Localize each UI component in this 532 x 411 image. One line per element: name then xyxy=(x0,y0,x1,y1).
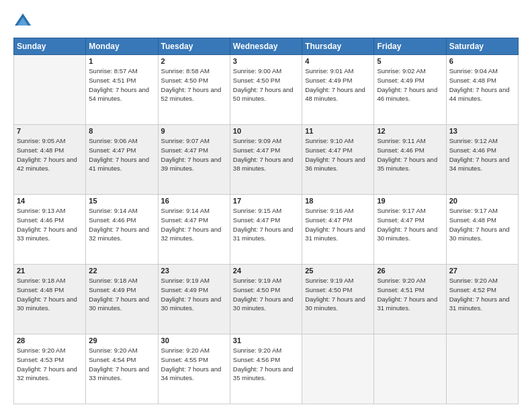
day-number: 30 xyxy=(161,336,227,345)
sunset-text: Sunset: 4:46 PM xyxy=(449,146,515,155)
calendar-cell: 19Sunrise: 9:17 AMSunset: 4:47 PMDayligh… xyxy=(374,195,446,265)
calendar-table: SundayMondayTuesdayWednesdayThursdayFrid… xyxy=(13,38,519,404)
daylight-text: Daylight: 7 hours and 35 minutes. xyxy=(377,155,443,174)
sunset-text: Sunset: 4:52 PM xyxy=(449,285,515,295)
day-number: 14 xyxy=(17,197,83,205)
calendar-cell: 18Sunrise: 9:16 AMSunset: 4:47 PMDayligh… xyxy=(302,195,374,265)
sunset-text: Sunset: 4:49 PM xyxy=(89,285,154,295)
calendar-cell: 6Sunrise: 9:04 AMSunset: 4:48 PMDaylight… xyxy=(446,55,518,125)
sunset-text: Sunset: 4:48 PM xyxy=(17,146,83,155)
sunset-text: Sunset: 4:47 PM xyxy=(305,146,371,155)
daylight-text: Daylight: 7 hours and 32 minutes. xyxy=(17,365,83,383)
sunset-text: Sunset: 4:50 PM xyxy=(305,285,371,295)
sunrise-text: Sunrise: 9:19 AM xyxy=(161,276,227,285)
calendar-cell: 14Sunrise: 9:13 AMSunset: 4:46 PMDayligh… xyxy=(14,195,86,265)
sunset-text: Sunset: 4:48 PM xyxy=(17,285,83,295)
daylight-text: Daylight: 7 hours and 33 minutes. xyxy=(89,365,154,383)
calendar-week-row: 1Sunrise: 8:57 AMSunset: 4:51 PMDaylight… xyxy=(14,55,519,125)
sunrise-text: Sunrise: 9:20 AM xyxy=(89,346,154,355)
sunrise-text: Sunrise: 9:12 AM xyxy=(449,136,515,146)
calendar-cell: 21Sunrise: 9:18 AMSunset: 4:48 PMDayligh… xyxy=(14,265,86,334)
sunset-text: Sunset: 4:47 PM xyxy=(233,146,299,155)
daylight-text: Daylight: 7 hours and 32 minutes. xyxy=(161,225,227,244)
calendar-cell: 8Sunrise: 9:06 AMSunset: 4:47 PMDaylight… xyxy=(86,125,158,195)
weekday-header-sunday: Sunday xyxy=(14,38,86,55)
sunrise-text: Sunrise: 9:17 AM xyxy=(377,206,443,216)
sunrise-text: Sunrise: 9:14 AM xyxy=(161,206,227,216)
day-number: 20 xyxy=(449,197,515,205)
sunset-text: Sunset: 4:56 PM xyxy=(233,355,299,365)
sunset-text: Sunset: 4:53 PM xyxy=(17,355,83,365)
daylight-text: Daylight: 7 hours and 30 minutes. xyxy=(233,295,299,314)
calendar-cell: 3Sunrise: 9:00 AMSunset: 4:50 PMDaylight… xyxy=(230,55,302,125)
sunset-text: Sunset: 4:50 PM xyxy=(233,285,299,295)
weekday-header-monday: Monday xyxy=(86,38,158,55)
daylight-text: Daylight: 7 hours and 34 minutes. xyxy=(161,365,227,383)
day-number: 9 xyxy=(161,127,227,135)
daylight-text: Daylight: 7 hours and 31 minutes. xyxy=(305,225,371,244)
sunrise-text: Sunrise: 9:14 AM xyxy=(89,206,154,216)
sunrise-text: Sunrise: 9:20 AM xyxy=(377,276,443,285)
daylight-text: Daylight: 7 hours and 30 minutes. xyxy=(305,295,371,314)
sunset-text: Sunset: 4:47 PM xyxy=(161,146,227,155)
calendar-cell xyxy=(14,55,86,125)
sunrise-text: Sunrise: 9:18 AM xyxy=(17,276,83,285)
daylight-text: Daylight: 7 hours and 31 minutes. xyxy=(377,295,443,314)
sunrise-text: Sunrise: 9:01 AM xyxy=(305,66,371,76)
day-number: 17 xyxy=(233,197,299,205)
calendar-cell: 13Sunrise: 9:12 AMSunset: 4:46 PMDayligh… xyxy=(446,125,518,195)
sunrise-text: Sunrise: 9:20 AM xyxy=(449,276,515,285)
sunset-text: Sunset: 4:46 PM xyxy=(17,216,83,225)
calendar-cell xyxy=(446,334,518,404)
calendar-cell: 4Sunrise: 9:01 AMSunset: 4:49 PMDaylight… xyxy=(302,55,374,125)
day-number: 1 xyxy=(89,57,154,65)
page: SundayMondayTuesdayWednesdayThursdayFrid… xyxy=(0,0,532,411)
day-number: 13 xyxy=(449,127,515,135)
sunrise-text: Sunrise: 9:11 AM xyxy=(377,136,443,146)
calendar-cell: 12Sunrise: 9:11 AMSunset: 4:46 PMDayligh… xyxy=(374,125,446,195)
calendar-cell: 27Sunrise: 9:20 AMSunset: 4:52 PMDayligh… xyxy=(446,265,518,334)
daylight-text: Daylight: 7 hours and 30 minutes. xyxy=(377,225,443,244)
sunrise-text: Sunrise: 9:20 AM xyxy=(17,346,83,355)
sunrise-text: Sunrise: 9:13 AM xyxy=(17,206,83,216)
calendar-cell: 11Sunrise: 9:10 AMSunset: 4:47 PMDayligh… xyxy=(302,125,374,195)
sunset-text: Sunset: 4:51 PM xyxy=(377,285,443,295)
sunrise-text: Sunrise: 9:06 AM xyxy=(89,136,154,146)
calendar-cell: 23Sunrise: 9:19 AMSunset: 4:49 PMDayligh… xyxy=(158,265,230,334)
logo xyxy=(13,12,34,31)
sunset-text: Sunset: 4:46 PM xyxy=(377,146,443,155)
day-number: 2 xyxy=(161,57,227,65)
sunrise-text: Sunrise: 9:17 AM xyxy=(449,206,515,216)
day-number: 11 xyxy=(305,127,371,135)
daylight-text: Daylight: 7 hours and 30 minutes. xyxy=(161,295,227,314)
calendar-cell: 15Sunrise: 9:14 AMSunset: 4:46 PMDayligh… xyxy=(86,195,158,265)
calendar-cell: 20Sunrise: 9:17 AMSunset: 4:48 PMDayligh… xyxy=(446,195,518,265)
sunrise-text: Sunrise: 9:07 AM xyxy=(161,136,227,146)
day-number: 7 xyxy=(17,127,83,135)
day-number: 19 xyxy=(377,197,443,205)
sunset-text: Sunset: 4:49 PM xyxy=(377,76,443,85)
sunrise-text: Sunrise: 8:58 AM xyxy=(161,66,227,76)
daylight-text: Daylight: 7 hours and 36 minutes. xyxy=(305,155,371,174)
daylight-text: Daylight: 7 hours and 44 minutes. xyxy=(449,85,515,104)
calendar-week-row: 7Sunrise: 9:05 AMSunset: 4:48 PMDaylight… xyxy=(14,125,519,195)
day-number: 27 xyxy=(449,267,515,275)
daylight-text: Daylight: 7 hours and 35 minutes. xyxy=(233,365,299,383)
day-number: 4 xyxy=(305,57,371,65)
daylight-text: Daylight: 7 hours and 54 minutes. xyxy=(89,85,154,104)
day-number: 26 xyxy=(377,267,443,275)
calendar-cell: 30Sunrise: 9:20 AMSunset: 4:55 PMDayligh… xyxy=(158,334,230,404)
sunset-text: Sunset: 4:48 PM xyxy=(449,216,515,225)
weekday-header-friday: Friday xyxy=(374,38,446,55)
daylight-text: Daylight: 7 hours and 31 minutes. xyxy=(233,225,299,244)
sunset-text: Sunset: 4:47 PM xyxy=(89,146,154,155)
daylight-text: Daylight: 7 hours and 41 minutes. xyxy=(89,155,154,174)
day-number: 22 xyxy=(89,267,154,275)
calendar-cell: 31Sunrise: 9:20 AMSunset: 4:56 PMDayligh… xyxy=(230,334,302,404)
calendar-cell: 29Sunrise: 9:20 AMSunset: 4:54 PMDayligh… xyxy=(86,334,158,404)
calendar-cell: 9Sunrise: 9:07 AMSunset: 4:47 PMDaylight… xyxy=(158,125,230,195)
sunset-text: Sunset: 4:50 PM xyxy=(233,76,299,85)
sunrise-text: Sunrise: 9:00 AM xyxy=(233,66,299,76)
day-number: 23 xyxy=(161,267,227,275)
sunset-text: Sunset: 4:55 PM xyxy=(161,355,227,365)
